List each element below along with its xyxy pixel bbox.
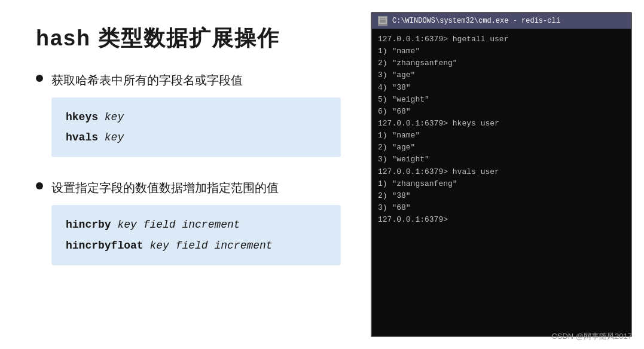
- terminal-line: 1) "name": [378, 45, 625, 57]
- code-line-hkeys: hkeys key: [66, 107, 326, 127]
- bullet-text-1: 获取哈希表中所有的字段名或字段值: [51, 71, 243, 89]
- terminal-line: 2) "age": [378, 142, 625, 154]
- code-line-hincrbyfloat: hincrbyfloat key field increment: [66, 235, 326, 256]
- terminal-title: C:\WINDOWS\system32\cmd.exe - redis-cli: [392, 17, 560, 25]
- code-line-hvals: hvals key: [66, 127, 326, 148]
- bullet-section-1: 获取哈希表中所有的字段名或字段值 hkeys key hvals key: [36, 71, 341, 168]
- watermark: CSDN @网事随风2017: [551, 331, 632, 342]
- terminal-body: 127.0.0.1:6379> hgetall user1) "name"2) …: [372, 29, 631, 336]
- hkeys-keyword: hkeys: [66, 111, 98, 123]
- code-block-2: hincrby key field increment hincrbyfloat…: [51, 205, 341, 265]
- bullet-section-2: 设置指定字段的数值数据增加指定范围的值 hincrby key field in…: [36, 179, 341, 275]
- terminal-icon: [378, 16, 387, 26]
- hincrby-keyword: hincrby: [66, 219, 111, 231]
- terminal-titlebar: C:\WINDOWS\system32\cmd.exe - redis-cli: [372, 13, 631, 29]
- left-panel: hash 类型数据扩展操作 获取哈希表中所有的字段名或字段值 hkeys key…: [0, 0, 371, 349]
- bullet-text-2: 设置指定字段的数值数据增加指定范围的值: [51, 179, 279, 197]
- code-line-hincrby: hincrby key field increment: [66, 215, 326, 235]
- bullet-dot-1: [36, 75, 43, 82]
- terminal-line: 1) "name": [378, 130, 625, 142]
- terminal-line: 3) "weight": [378, 154, 625, 166]
- terminal-line: 4) "38": [378, 82, 625, 94]
- terminal-line: 5) "weight": [378, 94, 625, 106]
- hincrbyfloat-keyword: hincrbyfloat: [66, 240, 144, 252]
- terminal-line: 1) "zhangsanfeng": [378, 178, 625, 190]
- slide-container: hash 类型数据扩展操作 获取哈希表中所有的字段名或字段值 hkeys key…: [0, 0, 644, 349]
- terminal-line: 6) "68": [378, 106, 625, 118]
- hkeys-param: key: [98, 111, 124, 123]
- bullet-item-1: 获取哈希表中所有的字段名或字段值: [36, 71, 341, 89]
- terminal-line: 127.0.0.1:6379> hvals user: [378, 166, 625, 178]
- terminal-line: 127.0.0.1:6379> hkeys user: [378, 118, 625, 130]
- slide-title: hash 类型数据扩展操作: [36, 24, 341, 53]
- hvals-param: key: [98, 131, 124, 143]
- bullet-dot-2: [36, 182, 43, 189]
- hincrbyfloat-param: key field increment: [144, 240, 273, 252]
- code-block-1: hkeys key hvals key: [51, 97, 341, 157]
- terminal-window: C:\WINDOWS\system32\cmd.exe - redis-cli …: [371, 12, 632, 337]
- right-panel: C:\WINDOWS\system32\cmd.exe - redis-cli …: [371, 0, 644, 349]
- terminal-line: 127.0.0.1:6379>: [378, 214, 625, 226]
- bullet-item-2: 设置指定字段的数值数据增加指定范围的值: [36, 179, 341, 197]
- terminal-line: 3) "68": [378, 202, 625, 214]
- hvals-keyword: hvals: [66, 131, 98, 143]
- terminal-line: 2) "zhangsanfeng": [378, 57, 625, 69]
- terminal-line: 127.0.0.1:6379> hgetall user: [378, 33, 625, 45]
- svg-rect-0: [379, 17, 386, 23]
- hincrby-param: key field increment: [111, 219, 240, 231]
- terminal-line: 3) "age": [378, 69, 625, 81]
- terminal-line: 2) "38": [378, 190, 625, 202]
